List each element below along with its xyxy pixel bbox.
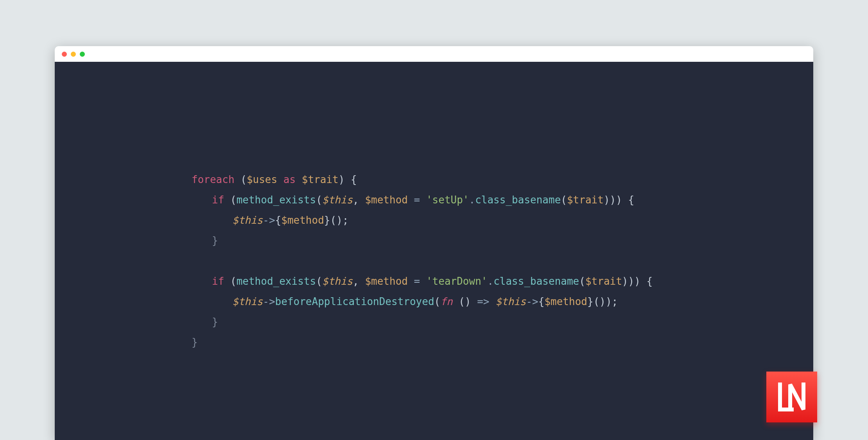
punct: ();: [330, 214, 348, 226]
operator: =>: [471, 296, 496, 307]
code-line-blank: [192, 251, 813, 271]
punct: ,: [353, 194, 365, 206]
punct: }: [324, 214, 330, 226]
method-call: beforeApplicationDestroyed: [275, 296, 434, 307]
stage: foreach ($uses as $trait) { if (method_e…: [0, 0, 868, 440]
code-line: }: [192, 312, 813, 332]
maximize-dot-icon[interactable]: [80, 52, 85, 57]
operator: ->: [263, 296, 275, 307]
punct: (: [224, 194, 236, 206]
variable: $method: [365, 275, 408, 287]
fn-class-basename: class_basename: [475, 194, 561, 206]
space: [277, 174, 283, 185]
variable: $trait: [585, 275, 622, 287]
punct: ,: [353, 275, 365, 287]
fn-method-exists: method_exists: [237, 194, 316, 206]
variable-this: $this: [322, 194, 353, 206]
operator: ->: [526, 296, 538, 307]
operator: .: [469, 194, 475, 206]
punct: {: [538, 296, 545, 307]
punct: (: [434, 296, 441, 307]
variable: $trait: [567, 194, 604, 206]
brace-close: }: [212, 316, 218, 328]
fn-class-basename: class_basename: [493, 275, 579, 287]
keyword-if: if: [212, 275, 224, 287]
keyword-foreach: foreach: [192, 174, 235, 185]
punct: (: [235, 174, 247, 185]
code-editor: foreach ($uses as $trait) { if (method_e…: [55, 62, 813, 440]
punct: (: [316, 194, 322, 206]
variable-this: $this: [232, 296, 263, 307]
space: [453, 296, 459, 307]
laravel-news-logo: [766, 372, 817, 422]
space: [296, 174, 302, 185]
punct: (: [579, 275, 585, 287]
keyword-if: if: [212, 194, 224, 206]
string: 'setUp': [426, 194, 469, 206]
brace-close: }: [192, 336, 198, 348]
variable-this: $this: [322, 275, 353, 287]
code-window: foreach ($uses as $trait) { if (method_e…: [55, 46, 813, 440]
code-line: foreach ($uses as $trait) {: [192, 169, 813, 190]
fn-method-exists: method_exists: [237, 275, 316, 287]
close-dot-icon[interactable]: [62, 52, 67, 57]
ln-logo-icon: [775, 380, 809, 414]
variable: $method: [544, 296, 587, 307]
code-line: if (method_exists($this, $method = 'tear…: [192, 271, 813, 291]
variable-this: $this: [495, 296, 526, 307]
operator: ->: [263, 214, 275, 226]
variable: $method: [281, 214, 324, 226]
punct: (): [459, 296, 471, 307]
punct: (: [561, 194, 567, 206]
variable: $uses: [247, 174, 277, 185]
code-line: $this->beforeApplicationDestroyed(fn () …: [192, 291, 813, 312]
minimize-dot-icon[interactable]: [71, 52, 76, 57]
punct: (: [224, 275, 236, 287]
punct: }: [587, 296, 594, 307]
variable: $trait: [302, 174, 339, 185]
operator: =: [408, 194, 426, 206]
variable: $method: [365, 194, 408, 206]
punct: ))) {: [604, 194, 634, 206]
window-titlebar: [55, 46, 813, 62]
code-line: }: [192, 332, 813, 352]
operator: =: [408, 275, 426, 287]
punct: ))) {: [622, 275, 653, 287]
punct: ());: [594, 296, 618, 307]
code-line: if (method_exists($this, $method = 'setU…: [192, 190, 813, 210]
code-line: }: [192, 230, 813, 251]
code-line: $this->{$method}();: [192, 210, 813, 230]
punct: (: [316, 275, 322, 287]
brace-close: }: [212, 235, 218, 246]
punct: {: [275, 214, 282, 226]
keyword-as: as: [283, 174, 296, 185]
variable-this: $this: [232, 214, 263, 226]
punct: ) {: [339, 174, 357, 185]
string: 'tearDown': [426, 275, 488, 287]
operator: .: [487, 275, 493, 287]
keyword-fn: fn: [440, 296, 452, 307]
